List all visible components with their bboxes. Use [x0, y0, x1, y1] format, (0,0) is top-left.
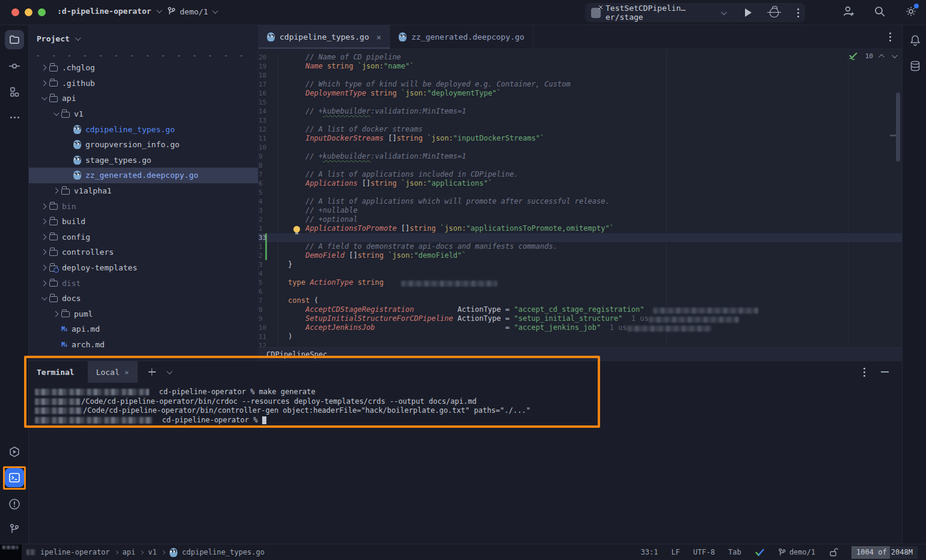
breadcrumb-item[interactable]: ipeline-operator — [40, 548, 110, 556]
tree-indent — [29, 267, 37, 268]
chevron-down-icon[interactable] — [37, 296, 49, 300]
tree-item-api.md[interactable]: M↓api.md — [29, 321, 258, 337]
editor-tab-bar: cdpipeline_types.go×zz_generated.deepcop… — [259, 25, 902, 49]
tree-item-bin[interactable]: bin — [29, 198, 258, 214]
tree-item-zz_generated.deepcopy.go[interactable]: zz_generated.deepcopy.go — [29, 168, 258, 183]
editor-options-button[interactable] — [878, 25, 902, 49]
tree-item-.github[interactable]: .github — [29, 76, 258, 91]
code-line: 16 DeploymentType string `json:"deployme… — [259, 89, 902, 98]
indent-style[interactable]: Tab — [728, 548, 741, 556]
terminal-tab-local[interactable]: Local × — [88, 361, 138, 383]
code-text: // Which type of kind will be deployed e… — [278, 80, 571, 89]
line-number: 1 — [259, 225, 263, 233]
code-line: 13 — [259, 116, 902, 125]
tree-indent — [29, 344, 49, 345]
tree-item-api[interactable]: api — [29, 91, 258, 106]
chevron-right-icon[interactable] — [49, 189, 61, 193]
minimize-window-button[interactable] — [25, 8, 32, 16]
chevron-right-icon[interactable] — [37, 281, 49, 285]
chevron-right-icon — [140, 550, 144, 554]
terminal-options-icon[interactable] — [863, 371, 865, 373]
new-terminal-icon[interactable] — [149, 368, 156, 376]
debug-icon[interactable] — [770, 8, 779, 17]
chevron-right-icon[interactable] — [49, 312, 61, 316]
status-branch-widget[interactable]: demo/1 — [778, 548, 815, 557]
project-selector[interactable]: :d-pipeline-operator — [57, 7, 161, 16]
chevron-down-icon[interactable] — [37, 96, 49, 100]
tree-item-config[interactable]: config — [29, 230, 258, 245]
breadcrumb-item[interactable]: cdpipeline_types.go — [182, 548, 265, 556]
close-window-button[interactable] — [11, 8, 19, 16]
tree-item-v1[interactable]: v1 — [29, 106, 258, 122]
tree-item-controllers[interactable]: controllers — [29, 245, 258, 260]
line-number: 2 — [259, 216, 263, 224]
tree-item-deploy-templates[interactable]: deploy-templates — [29, 260, 258, 276]
minimize-panel-icon[interactable] — [881, 371, 889, 373]
chevron-right-icon[interactable] — [37, 219, 49, 224]
more-options-icon[interactable] — [797, 12, 799, 14]
tree-item-cdpipeline_types.go[interactable]: cdpipeline_types.go — [29, 121, 258, 137]
previous-problem-icon[interactable] — [878, 54, 885, 60]
structure-tool-button[interactable] — [5, 82, 24, 102]
editor-gutter: 15 — [259, 98, 278, 107]
notifications-button[interactable] — [907, 32, 923, 48]
run-configuration-selector[interactable]: TestSetCDPipelin…er/stage — [591, 4, 725, 22]
run-icon[interactable] — [745, 8, 752, 17]
chevron-right-icon[interactable] — [37, 250, 49, 254]
tree-item-v1alpha1[interactable]: v1alpha1 — [29, 183, 258, 199]
tree-item-dist[interactable]: dist — [29, 275, 258, 291]
commit-tool-button[interactable] — [5, 56, 24, 76]
breadcrumb-item[interactable]: v1 — [148, 548, 156, 556]
database-button[interactable] — [907, 58, 923, 74]
intention-bulb-icon[interactable] — [293, 226, 300, 233]
chevron-right-icon[interactable] — [37, 204, 49, 208]
file-encoding[interactable]: UTF-8 — [693, 548, 715, 556]
breadcrumb-item[interactable]: api — [123, 548, 136, 556]
problems-tool-button[interactable] — [5, 495, 24, 514]
add-user-icon[interactable] — [842, 5, 855, 18]
code-line: 7 // A list of applications included in … — [259, 170, 902, 179]
code-editor[interactable]: 20 // Name of CD pipeline19 Name string … — [259, 49, 902, 347]
close-icon[interactable]: × — [124, 368, 129, 377]
tree-item-arch.md[interactable]: M↓arch.md — [29, 337, 258, 353]
editor-tab-cdpipeline_types.go[interactable]: cdpipeline_types.go× — [259, 25, 390, 49]
chevron-right-icon[interactable] — [37, 81, 49, 85]
tree-item-build[interactable]: build — [29, 214, 258, 230]
close-icon[interactable]: × — [376, 32, 381, 42]
code-text: // +kubebuilder:validation:MinItems=1 — [278, 152, 466, 161]
zoom-window-button[interactable] — [38, 8, 46, 16]
tree-item-docs[interactable]: docs — [29, 291, 258, 306]
folder-icon — [49, 219, 58, 225]
tree-item-groupversion_info.go[interactable]: groupversion_info.go — [29, 137, 258, 153]
caret-position[interactable]: 33:1 — [640, 548, 658, 556]
editor-tab-zz_generated.deepcopy.go[interactable]: zz_generated.deepcopy.go — [390, 25, 533, 49]
tree-item-stage_types.go[interactable]: stage_types.go — [29, 153, 258, 168]
version-control-tool-button[interactable] — [5, 520, 24, 539]
branch-selector[interactable]: demo/1 — [167, 7, 216, 16]
tree-item-label: puml — [74, 309, 93, 318]
notification-dot — [914, 4, 919, 8]
code-line: 1 ApplicationsToPromote []string `json:"… — [259, 224, 902, 233]
memory-indicator[interactable]: 1004 of 2048M — [851, 546, 918, 559]
chevron-right-icon[interactable] — [37, 235, 49, 239]
line-separator[interactable]: LF — [671, 548, 679, 556]
project-tool-button[interactable] — [5, 30, 24, 49]
terminal-output[interactable]: cd-pipeline-operator % make generate/Cod… — [29, 383, 902, 425]
inspections-ok-icon[interactable] — [755, 548, 765, 557]
chevron-right-icon[interactable] — [37, 65, 49, 70]
chevron-down-icon[interactable] — [49, 112, 61, 116]
tree-item-.chglog[interactable]: .chglog — [29, 60, 258, 76]
services-tool-button[interactable] — [5, 442, 24, 461]
search-icon[interactable] — [873, 5, 886, 18]
editor-scrollbar[interactable] — [896, 93, 900, 162]
redacted-text — [35, 407, 82, 414]
more-tool-windows-button[interactable] — [5, 108, 24, 127]
inspections-widget[interactable]: 10 — [848, 52, 896, 61]
unlock-icon[interactable] — [829, 547, 838, 557]
chevron-right-icon[interactable] — [37, 266, 49, 270]
terminal-tool-button[interactable] — [5, 468, 24, 487]
chevron-down-icon[interactable] — [167, 368, 173, 374]
project-panel-header[interactable]: Project — [29, 25, 258, 52]
tree-item-puml[interactable]: puml — [29, 306, 258, 322]
code-text: } — [278, 260, 292, 269]
